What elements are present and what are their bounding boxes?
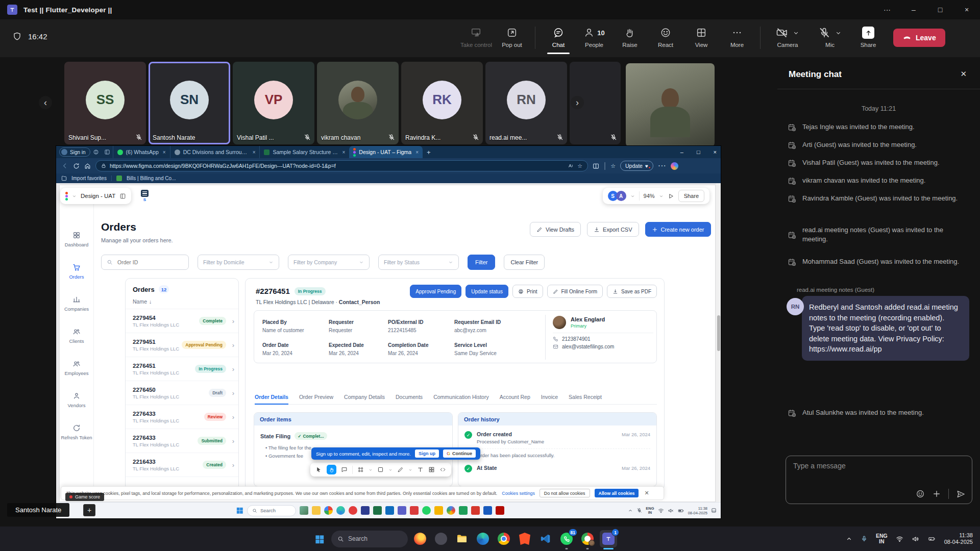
- people-button[interactable]: 10 People: [576, 24, 612, 48]
- home-icon[interactable]: [84, 163, 91, 169]
- tab-documents[interactable]: Documents: [396, 394, 423, 400]
- sidebar-item-employees[interactable]: Employees: [60, 352, 93, 384]
- fill-online-form-button[interactable]: Fill Online Form: [547, 285, 603, 298]
- order-id-input[interactable]: [116, 259, 178, 266]
- taskbar-settings-icon[interactable]: [432, 530, 450, 547]
- deny-cookies-button[interactable]: Do not allow cookies: [540, 489, 590, 497]
- taskbar-chrome-profile-icon[interactable]: [579, 530, 596, 547]
- strip-next-button[interactable]: ›: [571, 96, 584, 109]
- google-continue-button[interactable]: G Continue: [443, 449, 476, 458]
- react-button[interactable]: React: [648, 24, 683, 48]
- browser-maximize-button[interactable]: □: [697, 149, 700, 155]
- raise-hand-button[interactable]: Raise: [612, 24, 648, 48]
- text-tool-icon[interactable]: [417, 466, 424, 473]
- chevron-down-icon[interactable]: [369, 468, 373, 472]
- signup-button[interactable]: Sign up: [415, 449, 439, 458]
- tray-wifi-icon[interactable]: [896, 535, 903, 543]
- name-column-header[interactable]: Name ↓: [126, 296, 238, 309]
- participant-tile[interactable]: RN read.ai mee...: [485, 62, 567, 144]
- favorite-star-icon[interactable]: ☆: [577, 163, 582, 169]
- window-minimize-button[interactable]: –: [900, 0, 927, 19]
- shape-tool-icon[interactable]: [377, 466, 384, 473]
- cursor-tool-icon[interactable]: [315, 466, 322, 473]
- update-status-button[interactable]: Update status: [465, 285, 508, 298]
- contact-phone[interactable]: 2123874901: [553, 336, 653, 342]
- order-row-selected[interactable]: 2276451TL Flex Holdings LLC In Progress …: [126, 357, 238, 381]
- share-button[interactable]: Share: [850, 24, 886, 48]
- app-icon-mail[interactable]: [410, 506, 419, 515]
- address-bar[interactable]: https://www.figma.com/design/9BKQ0FOHRWa…: [95, 160, 588, 171]
- chat-button[interactable]: Chat: [541, 24, 576, 48]
- page-scrollbar[interactable]: [716, 183, 721, 502]
- browser-menu-icon[interactable]: ···: [658, 161, 666, 170]
- comment-tool-icon[interactable]: [341, 466, 348, 473]
- order-row[interactable]: 2279454TL Flex Holdings LLC Complete ›: [126, 309, 238, 333]
- app-icon-pdf[interactable]: [471, 506, 480, 515]
- browser-tab-figma-active[interactable]: Design - UAT – Figma ×: [349, 146, 423, 158]
- figma-share-button[interactable]: Share: [678, 190, 704, 202]
- taskbar-vscode-icon[interactable]: [537, 530, 554, 547]
- more-button[interactable]: More: [719, 24, 755, 48]
- hand-tool-icon-active[interactable]: [327, 465, 336, 474]
- chat-message-bubble[interactable]: Redberyl and Santosh added read.ai meeti…: [802, 296, 969, 361]
- tab-company-details[interactable]: Company Details: [344, 394, 385, 400]
- mic-chevron-icon[interactable]: [835, 30, 842, 36]
- chevron-down-icon[interactable]: [388, 468, 393, 472]
- tab-order-details[interactable]: Order Details: [255, 394, 288, 400]
- shared-search-box[interactable]: Search: [247, 505, 296, 516]
- workspaces-icon[interactable]: [93, 149, 99, 155]
- sidebar-item-vendors[interactable]: Vendors: [60, 384, 93, 416]
- emoji-icon[interactable]: [916, 489, 925, 498]
- tray-chevron-icon[interactable]: [846, 536, 852, 542]
- sidebar-item-refresh-token[interactable]: Refresh Token: [60, 416, 93, 448]
- tab-close-icon[interactable]: ×: [253, 149, 256, 155]
- figma-file-menu[interactable]: Design - UAT: [60, 188, 131, 204]
- tab-invoice[interactable]: Invoice: [541, 394, 558, 400]
- message-composer[interactable]: Type a message: [786, 456, 972, 504]
- tab-close-icon[interactable]: ×: [163, 149, 166, 155]
- tab-order-preview[interactable]: Order Preview: [299, 394, 333, 400]
- participant-tile-video[interactable]: vikram chavan: [317, 62, 399, 144]
- mic-button[interactable]: Mic: [810, 24, 850, 48]
- filter-clear-button[interactable]: Clear Filter: [504, 255, 545, 270]
- app-icon-excel[interactable]: [373, 506, 382, 515]
- filter-apply-button[interactable]: Filter: [468, 255, 495, 270]
- chevron-down-icon[interactable]: [659, 194, 664, 198]
- browser-tab-dc-divisions[interactable]: DC Divisions and Surroundings ×: [170, 146, 260, 158]
- tab-close-icon[interactable]: ×: [342, 149, 345, 155]
- print-button[interactable]: Print: [512, 285, 543, 298]
- read-aloud-icon[interactable]: [568, 163, 574, 169]
- import-favorites-link[interactable]: Import favorites: [71, 176, 107, 181]
- strip-prev-button[interactable]: ‹: [39, 96, 52, 109]
- start-icon[interactable]: [236, 507, 243, 514]
- participant-tile[interactable]: VP Vishal Patil ...: [233, 62, 314, 144]
- dev-mode-icon[interactable]: [439, 466, 446, 473]
- app-icon-edge[interactable]: [336, 506, 345, 515]
- sidebar-item-clients[interactable]: Clients: [60, 319, 93, 352]
- browser-update-button[interactable]: Update ♥: [620, 161, 653, 171]
- tab-communication-history[interactable]: Communication History: [433, 394, 489, 400]
- zoom-level[interactable]: 94%: [644, 193, 655, 199]
- order-row[interactable]: 2276450TL Flex Holdings LLC Draft ›: [126, 381, 238, 405]
- sidebar-item-companies[interactable]: Companies: [60, 287, 93, 319]
- send-icon[interactable]: [956, 489, 966, 499]
- taskbar-firefox-icon[interactable]: [411, 530, 429, 547]
- frame-tool-icon[interactable]: [357, 466, 364, 473]
- copilot-icon[interactable]: [671, 162, 678, 170]
- filter-company-select[interactable]: Filter by Company: [288, 255, 370, 270]
- approval-pending-button[interactable]: Approval Pending: [410, 285, 461, 298]
- order-row[interactable]: 2279451TL Flex Holdings LLC Approval Pen…: [126, 333, 238, 357]
- tray-mic-muted-icon[interactable]: [636, 508, 642, 513]
- app-icon-snip[interactable]: [434, 506, 443, 515]
- tab-close-icon[interactable]: ×: [415, 149, 419, 155]
- tray-mic-icon[interactable]: [861, 535, 868, 542]
- tab-account-rep[interactable]: Account Rep: [500, 394, 530, 400]
- chat-close-icon[interactable]: ✕: [960, 69, 967, 79]
- present-icon[interactable]: [668, 193, 674, 199]
- refresh-icon[interactable]: [73, 163, 80, 169]
- participant-tile[interactable]: RK Ravindra K...: [401, 62, 483, 144]
- taskbar-edge-icon[interactable]: [474, 530, 492, 547]
- order-id-search[interactable]: [101, 255, 189, 270]
- vertical-tabs-icon[interactable]: [104, 149, 110, 155]
- contact-person-link[interactable]: Contact_Person: [339, 299, 380, 305]
